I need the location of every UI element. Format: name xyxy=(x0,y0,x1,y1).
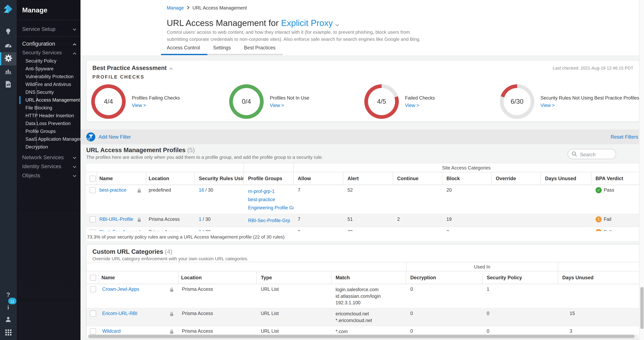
vertical-scrollbar xyxy=(639,0,644,340)
app-window: ? i 11 Manage Service Setup Configuratio… xyxy=(0,0,644,340)
rules-count-link[interactable]: 1 xyxy=(199,217,202,222)
column-header-location[interactable]: Location xyxy=(146,172,195,185)
search-icon xyxy=(572,151,577,157)
column-header-days-unused[interactable]: Days Unused xyxy=(558,271,640,284)
rules-count-link[interactable]: 16 xyxy=(199,188,204,193)
sidebar-item-data-loss-prevention[interactable]: Data Loss Prevention xyxy=(16,120,80,127)
view-link[interactable]: View > xyxy=(540,103,554,108)
column-header-alert[interactable]: Alert xyxy=(343,172,393,185)
sidebar-section-security-services[interactable]: Security Services xyxy=(16,48,80,57)
dashboard-nav-button[interactable] xyxy=(0,39,16,52)
view-link[interactable]: View > xyxy=(270,103,284,108)
manage-nav-button[interactable] xyxy=(0,52,16,65)
check-label: Failed Checks xyxy=(405,95,435,101)
category-name-link[interactable]: Wildcard xyxy=(102,328,120,334)
select-all-checkbox[interactable] xyxy=(90,274,96,281)
view-link[interactable]: View > xyxy=(132,103,146,108)
bpa-check-profiles-failing-checks: 4/4 Profiles Failing Checks View > xyxy=(91,84,126,119)
column-header-type[interactable]: Type xyxy=(257,271,332,284)
category-name-link[interactable]: Crown-Jewl-Apps xyxy=(102,286,139,293)
profile-group-link[interactable]: RBI-Sec-Profile-Grp xyxy=(248,216,292,225)
reports-nav-button[interactable] xyxy=(0,65,16,79)
sidebar-item-dns-security[interactable]: DNS Security xyxy=(16,88,80,96)
sidebar-item-profile-groups[interactable]: Profile Groups xyxy=(16,127,80,135)
cell-continue xyxy=(393,227,442,231)
column-header-location[interactable]: Location xyxy=(179,271,257,284)
sidebar-item-decryption[interactable]: Decryption xyxy=(16,143,80,151)
tab-best-practices[interactable]: Best Practices xyxy=(238,43,283,55)
logs-nav-button[interactable] xyxy=(0,79,16,92)
column-header-bpa-verdict[interactable]: BPA Verdict xyxy=(592,172,639,185)
row-checkbox[interactable] xyxy=(90,286,96,292)
row-checkbox[interactable] xyxy=(90,187,96,193)
tab-access-control[interactable]: Access Control xyxy=(161,43,208,55)
user-button[interactable] xyxy=(0,314,16,327)
sidebar-section-service-setup[interactable]: Service Setup xyxy=(16,24,80,34)
cell-continue: 2 xyxy=(393,214,442,225)
search-input[interactable] xyxy=(579,150,615,159)
breadcrumb-manage-link[interactable]: Manage xyxy=(167,5,184,10)
group-cell-site-access-categories: Site Access Categories xyxy=(294,163,639,172)
verdict-label: Fail xyxy=(604,217,612,222)
apps-button[interactable] xyxy=(0,326,16,340)
progress-ring-center: 4/5 xyxy=(368,88,395,115)
sidebar-item-anti-spyware[interactable]: Anti-Spyware xyxy=(16,65,80,73)
sidebar-section-configuration[interactable]: Configuration xyxy=(16,38,80,49)
column-header-decryption[interactable]: Decryption xyxy=(406,271,482,284)
categories-count: (4) xyxy=(165,248,172,255)
chevron-down-icon[interactable] xyxy=(335,19,340,29)
column-header-profile-groups[interactable]: Profile Groups xyxy=(244,172,294,185)
vertical-scrollbar-thumb[interactable] xyxy=(640,287,644,329)
network-services-label: Network Services xyxy=(22,154,64,160)
insights-nav-button[interactable] xyxy=(0,26,16,39)
profile-name-link[interactable]: best-practice xyxy=(100,187,126,194)
column-header-match[interactable]: Match xyxy=(332,271,406,284)
profiles-section-subtitle: The profiles here are active only when y… xyxy=(86,155,323,159)
add-new-filter-link[interactable]: Add New Filter xyxy=(98,134,131,140)
column-header-continue[interactable]: Continue xyxy=(393,172,442,185)
column-header-security-rules-usin[interactable]: Security Rules Usin... xyxy=(195,172,244,185)
column-header-security-policy[interactable]: Security Policy xyxy=(482,271,558,284)
column-header-name[interactable]: Name xyxy=(99,271,179,284)
info-button[interactable]: i 11 xyxy=(0,301,16,314)
reset-filters-link[interactable]: Reset Filters xyxy=(610,134,638,140)
sidebar-item-file-blocking[interactable]: File Blocking xyxy=(16,104,80,112)
cell-override xyxy=(492,227,541,231)
categories-table-body: Crown-Jewl-Apps Prisma Access URL List l… xyxy=(87,284,640,338)
identity-services-label: Identity Services xyxy=(22,163,61,169)
horizontal-scrollbar-thumb[interactable] xyxy=(88,335,635,338)
profile-group-link[interactable]: best-practice xyxy=(248,195,292,204)
select-all-checkbox[interactable] xyxy=(90,175,96,182)
cell-type: URL List xyxy=(257,308,332,319)
security-services-label: Security Services xyxy=(22,50,62,56)
column-header-days-unused[interactable]: Days Unused xyxy=(541,172,592,185)
row-checkbox[interactable] xyxy=(90,310,96,316)
view-link[interactable]: View > xyxy=(405,103,419,108)
column-header-allow[interactable]: Allow xyxy=(294,172,343,185)
cell-alert: 52 xyxy=(343,185,393,196)
column-header-name[interactable]: Name xyxy=(97,172,146,185)
sidebar-item-http-header-insertion[interactable]: HTTP Header Insertion xyxy=(16,112,80,120)
lock-icon xyxy=(137,218,141,222)
bpa-heading[interactable]: Best Practice Assessment xyxy=(92,65,173,71)
tab-settings[interactable]: Settings xyxy=(207,43,238,55)
sidebar-item-vulnerability-protection[interactable]: Vulnerability Protection xyxy=(16,73,80,81)
last-checked-timestamp: Last checked: 2021-Aug-19 12:46:15 PDT xyxy=(553,65,633,70)
column-header-block[interactable]: Block xyxy=(442,172,492,185)
profile-group-link[interactable]: Engineering Profile Grou xyxy=(248,204,292,212)
profile-name-link[interactable]: RBI-URL-Profile xyxy=(100,216,133,223)
category-name-link[interactable]: Ericom-URL-RBI xyxy=(102,310,138,317)
column-header-override[interactable]: Override xyxy=(492,172,541,185)
sidebar-item-wildfire-and-antivirus[interactable]: WildFire and Antivirus xyxy=(16,81,80,88)
sidebar-item-saas-application-management[interactable]: SaaS Application Management xyxy=(16,135,80,143)
profile-group-link[interactable]: rn-prof-grp-1 xyxy=(248,187,292,195)
sidebar-item-url-access-management[interactable]: URL Access Management xyxy=(16,96,80,104)
pan-logo-icon xyxy=(3,3,14,14)
sidebar-item-security-policy[interactable]: Security Policy xyxy=(16,57,80,65)
sidebar-section-objects[interactable]: Objects xyxy=(16,170,80,181)
row-checkbox[interactable] xyxy=(90,216,96,223)
lock-icon xyxy=(170,312,174,316)
scope-selector[interactable]: Explicit Proxy xyxy=(281,18,333,28)
match-entry: id.atlassian.com/login xyxy=(336,293,404,299)
row-checkbox[interactable] xyxy=(90,328,96,334)
